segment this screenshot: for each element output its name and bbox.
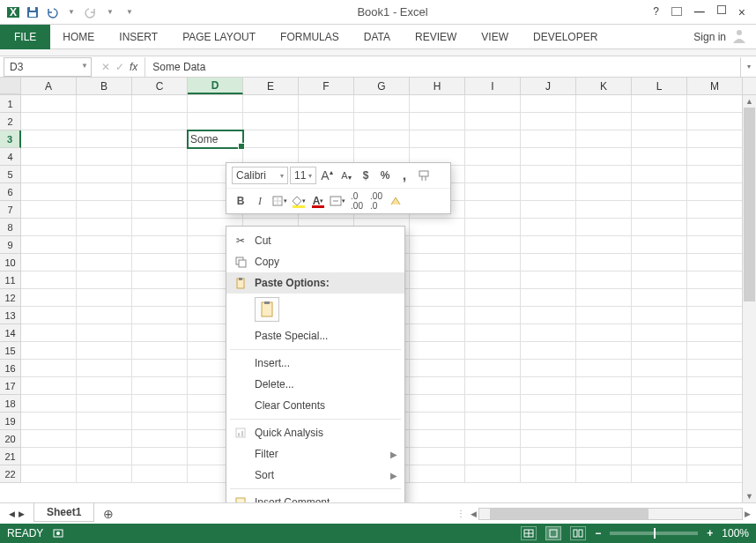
cell-A10[interactable] <box>21 254 77 272</box>
cell-H14[interactable] <box>410 324 465 342</box>
cell-K17[interactable] <box>576 377 632 395</box>
cell-B13[interactable] <box>77 307 132 324</box>
tab-page-layout[interactable]: PAGE LAYOUT <box>170 25 268 49</box>
cell-J16[interactable] <box>521 360 576 377</box>
tab-insert[interactable]: INSERT <box>107 25 170 49</box>
cell-B11[interactable] <box>77 272 132 289</box>
cell-M16[interactable] <box>687 360 743 377</box>
cell-C4[interactable] <box>132 148 188 166</box>
cell-J17[interactable] <box>521 377 576 395</box>
cell-B6[interactable] <box>77 183 132 201</box>
cell-H10[interactable] <box>410 254 465 272</box>
row-header-6[interactable]: 6 <box>0 183 21 201</box>
undo-dropdown-icon[interactable]: ▼ <box>63 4 79 20</box>
cell-M1[interactable] <box>687 95 743 113</box>
format-painter-icon[interactable] <box>415 167 433 184</box>
cell-B4[interactable] <box>77 148 132 166</box>
sheet-nav-last-icon[interactable]: ▶ <box>19 510 25 518</box>
cell-K4[interactable] <box>576 148 632 166</box>
cell-C7[interactable] <box>132 201 188 219</box>
cell-M6[interactable] <box>687 183 743 201</box>
cell-M8[interactable] <box>687 219 743 236</box>
tab-view[interactable]: VIEW <box>469 25 521 49</box>
cell-L19[interactable] <box>632 413 687 430</box>
fx-icon[interactable]: fx <box>130 61 137 73</box>
cell-M9[interactable] <box>687 236 743 254</box>
cell-A17[interactable] <box>21 377 77 395</box>
cell-J19[interactable] <box>521 413 576 430</box>
cell-B9[interactable] <box>77 236 132 254</box>
row-header-3[interactable]: 3 <box>0 130 21 148</box>
worksheet-grid[interactable]: A B C D E F G H I J K L M 123Some4567891… <box>0 78 756 502</box>
cell-L20[interactable] <box>632 430 687 448</box>
cell-M5[interactable] <box>687 166 743 183</box>
mini-font-family[interactable]: Calibri▾ <box>232 167 288 184</box>
cell-K22[interactable] <box>576 465 632 483</box>
cell-I20[interactable] <box>465 430 521 448</box>
cell-L1[interactable] <box>632 95 687 113</box>
cell-J13[interactable] <box>521 307 576 324</box>
cell-I4[interactable] <box>465 148 521 166</box>
cell-I16[interactable] <box>465 360 521 377</box>
cell-B7[interactable] <box>77 201 132 219</box>
tab-file[interactable]: FILE <box>0 25 50 49</box>
sign-in[interactable]: Sign in <box>685 27 756 46</box>
cell-K8[interactable] <box>576 219 632 236</box>
cell-E3[interactable] <box>243 130 299 148</box>
vertical-scrollbar[interactable]: ▲ ▼ <box>742 95 756 502</box>
row-header-16[interactable]: 16 <box>0 360 21 377</box>
ctx-insert[interactable]: Insert... <box>226 353 404 374</box>
row-header-14[interactable]: 14 <box>0 324 21 342</box>
cell-K21[interactable] <box>576 448 632 465</box>
cell-L16[interactable] <box>632 360 687 377</box>
cell-I18[interactable] <box>465 395 521 413</box>
cell-B21[interactable] <box>77 448 132 465</box>
col-header-I[interactable]: I <box>465 78 521 94</box>
ctx-filter[interactable]: Filter ▶ <box>226 443 404 465</box>
cell-L6[interactable] <box>632 183 687 201</box>
cell-L5[interactable] <box>632 166 687 183</box>
cell-C15[interactable] <box>132 342 188 360</box>
col-header-K[interactable]: K <box>576 78 632 94</box>
cell-C10[interactable] <box>132 254 188 272</box>
cell-A13[interactable] <box>21 307 77 324</box>
select-all-corner[interactable] <box>0 78 21 94</box>
cell-K6[interactable] <box>576 183 632 201</box>
cell-J3[interactable] <box>521 130 576 148</box>
ctx-delete[interactable]: Delete... <box>226 374 404 395</box>
cell-J2[interactable] <box>521 113 576 130</box>
cell-L9[interactable] <box>632 236 687 254</box>
cell-B15[interactable] <box>77 342 132 360</box>
vertical-scroll-thumb[interactable] <box>744 108 755 301</box>
cell-A18[interactable] <box>21 395 77 413</box>
cell-K11[interactable] <box>576 272 632 289</box>
bold-icon[interactable]: B <box>232 192 249 210</box>
cell-C16[interactable] <box>132 360 188 377</box>
col-header-D[interactable]: D <box>188 78 243 94</box>
cell-M17[interactable] <box>687 377 743 395</box>
cell-A7[interactable] <box>21 201 77 219</box>
col-header-J[interactable]: J <box>521 78 576 94</box>
cell-M4[interactable] <box>687 148 743 166</box>
cell-C3[interactable] <box>132 130 188 148</box>
scroll-down-icon[interactable]: ▼ <box>743 490 756 502</box>
cell-I13[interactable] <box>465 307 521 324</box>
accounting-format-icon[interactable]: $ <box>357 167 374 184</box>
comma-format-icon[interactable]: , <box>396 167 413 184</box>
col-header-H[interactable]: H <box>410 78 465 94</box>
cell-J21[interactable] <box>521 448 576 465</box>
cell-K1[interactable] <box>576 95 632 113</box>
row-header-20[interactable]: 20 <box>0 430 21 448</box>
row-header-8[interactable]: 8 <box>0 219 21 236</box>
cell-C8[interactable] <box>132 219 188 236</box>
row-header-7[interactable]: 7 <box>0 201 21 219</box>
cancel-entry-icon[interactable]: ✕ <box>101 61 110 73</box>
cell-B22[interactable] <box>77 465 132 483</box>
cell-C21[interactable] <box>132 448 188 465</box>
cell-A12[interactable] <box>21 289 77 307</box>
col-header-E[interactable]: E <box>243 78 299 94</box>
col-header-A[interactable]: A <box>21 78 77 94</box>
cell-A1[interactable] <box>21 95 77 113</box>
cell-L10[interactable] <box>632 254 687 272</box>
italic-icon[interactable]: I <box>251 192 269 210</box>
